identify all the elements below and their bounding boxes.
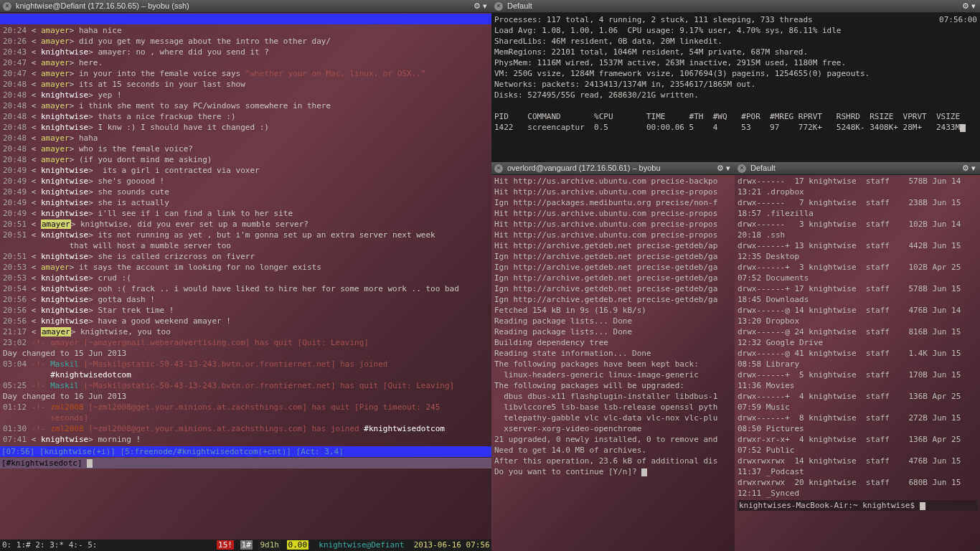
shell-prompt[interactable]: knightwises-MacBook-Air:~ knightwise$ — [738, 500, 977, 511]
titlebar-ls: × Default ⚙ ▾ — [735, 162, 980, 175]
chat-log: 20:24 < amayer> haha nice20:26 < amayer>… — [0, 24, 491, 446]
ls-output: drwx------ 17 knightwise staff 578B Jun … — [735, 175, 980, 512]
close-icon[interactable]: × — [738, 164, 746, 173]
byobu-status: 0: 1:# 2: 3:* 4:- 5: 15! 1# 9d1h 0.00 kn… — [0, 540, 491, 551]
gear-icon[interactable]: ⚙ ▾ — [961, 1, 977, 11]
irssi-statusbar: [07:56] [knightwise(+i)] [5:freenode/#kn… — [0, 446, 491, 457]
close-icon[interactable]: × — [3, 2, 11, 11]
window-title: Default — [750, 163, 961, 174]
top-output: Processes: 117 total, 4 running, 2 stuck… — [491, 13, 980, 134]
titlebar-left: × knightwise@Defiant (172.16.50.65) – by… — [0, 0, 491, 13]
close-icon[interactable]: × — [494, 2, 503, 11]
window-title: knightwise@Defiant (172.16.50.65) – byob… — [16, 1, 472, 11]
gear-icon[interactable]: ⚙ ▾ — [472, 1, 489, 11]
apt-pane: × overlord@vanguard (172.16.50.61) – byo… — [491, 162, 735, 551]
close-icon[interactable]: × — [494, 164, 503, 173]
window-title: Default — [507, 1, 961, 11]
window-title: overlord@vanguard (172.16.50.61) – byobu — [507, 163, 715, 174]
gear-icon[interactable]: ⚙ ▾ — [961, 163, 977, 174]
cursor-icon — [87, 459, 93, 468]
titlebar-top: × Default ⚙ ▾ — [491, 0, 980, 13]
ls-pane: × Default ⚙ ▾ drwx------ 17 knightwise s… — [735, 162, 980, 551]
irc-pane: × knightwise@Defiant (172.16.50.65) – by… — [0, 0, 491, 551]
topic-bar — [0, 14, 491, 24]
titlebar-apt: × overlord@vanguard (172.16.50.61) – byo… — [491, 162, 735, 175]
input-prompt[interactable]: [#knightwisedotc] — [0, 458, 491, 468]
apt-output[interactable]: Hit http://us.archive.ubuntu.com precise… — [491, 175, 735, 478]
gear-icon[interactable]: ⚙ ▾ — [715, 163, 732, 174]
top-pane: × Default ⚙ ▾ Processes: 117 total, 4 ru… — [491, 0, 980, 162]
